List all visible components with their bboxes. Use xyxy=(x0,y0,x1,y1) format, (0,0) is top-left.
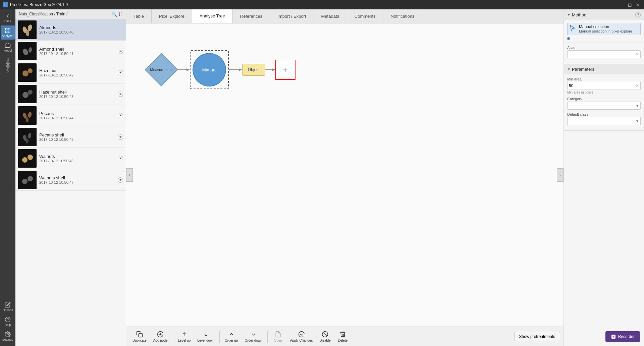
parameters-collapse-icon: ▼ xyxy=(567,67,571,71)
sidebar-item-label-analyzer: Analyzer xyxy=(2,34,13,38)
list-item[interactable]: Almonds 2017-10-12 10:50:40 xyxy=(15,19,126,41)
default-class-select[interactable]: ▼ xyxy=(567,117,641,125)
restore-button[interactable]: ◻ xyxy=(627,1,633,8)
svg-rect-0 xyxy=(5,28,7,30)
level-down-button[interactable]: Level down xyxy=(194,328,217,345)
search-icon[interactable]: 🔍 xyxy=(111,11,117,17)
cursor-icon xyxy=(569,24,576,34)
svg-point-21 xyxy=(28,90,33,95)
sidebar-item-model[interactable]: Model xyxy=(1,40,15,54)
level-up-button[interactable]: Level up xyxy=(175,328,194,345)
help-icon xyxy=(5,316,11,323)
delete-button[interactable]: Delete xyxy=(334,328,351,345)
svg-rect-3 xyxy=(8,31,10,33)
minimize-button[interactable]: − xyxy=(619,1,625,8)
list-item[interactable]: Pecans 2017-10-12 10:50:44 👁 xyxy=(15,105,126,126)
sidebar-item-settings[interactable]: Settings xyxy=(1,329,15,343)
canvas-area: ‹ Measurement Manual xyxy=(126,23,564,327)
svg-point-31 xyxy=(22,157,28,163)
parameters-section-header[interactable]: ▼ Parameters xyxy=(564,64,644,74)
workflow-icon xyxy=(5,62,11,68)
center-area: Table Pixel Explore Analyse Tree Referen… xyxy=(126,9,564,346)
method-section-body: Manual selection Manual selection in pix… xyxy=(564,20,644,43)
list-item[interactable]: Hazelnut 2017-10-12 10:50:42 👁 xyxy=(15,62,126,83)
list-item[interactable]: Almond shell 2017-10-12 10:50:41 👁 xyxy=(15,41,126,62)
sidebar-bottom: Options Help Settings xyxy=(1,300,15,346)
method-item[interactable]: Manual selection Manual selection in pix… xyxy=(567,23,641,35)
alias-input[interactable] xyxy=(569,52,636,57)
list-item-badge-hazelnut-shell: 👁 xyxy=(118,92,123,97)
apply-changes-button[interactable]: Apply Changes xyxy=(287,328,316,345)
node-measurement[interactable]: Measurement xyxy=(146,58,176,82)
list-item-thumb-walnuts xyxy=(18,149,37,168)
category-field: Category ▼ xyxy=(567,97,641,110)
close-button[interactable]: ✕ xyxy=(635,1,641,8)
node-manual[interactable]: Manual xyxy=(193,53,226,86)
apply-changes-icon xyxy=(298,331,305,338)
recorder-label: Recorder xyxy=(618,334,635,339)
sidebar-item-analyzer[interactable]: Analyzer xyxy=(1,25,15,40)
order-up-button[interactable]: Order up xyxy=(222,328,241,345)
list-item[interactable]: Hazelnut shell 2017-10-12 10:50:43 👁 xyxy=(15,83,126,105)
min-area-field: Min area ✕ Min area in pixels xyxy=(567,77,641,94)
title-bar-controls[interactable]: − ◻ ✕ xyxy=(619,1,641,8)
category-select[interactable]: ▼ xyxy=(567,102,641,110)
tab-pixel-explore[interactable]: Pixel Explore xyxy=(152,9,192,23)
list-item-info-walnuts-shell: Walnuts shell 2017-10-12 10:50:47 xyxy=(39,175,115,184)
parameters-section-body: Min area ✕ Min area in pixels Category ▼ xyxy=(564,74,644,130)
order-down-button[interactable]: Order down xyxy=(241,328,265,345)
sort-icon[interactable]: ⇵ xyxy=(118,11,122,17)
list-item-badge-walnuts: 👁 xyxy=(118,156,123,161)
list-item-name-walnuts-shell: Walnuts shell xyxy=(39,175,115,180)
model-icon xyxy=(5,42,11,48)
list-item-thumb-walnuts-shell xyxy=(18,171,37,189)
duplicate-button[interactable]: Duplicate xyxy=(129,328,150,345)
disable-button[interactable]: Disable xyxy=(316,328,333,345)
tab-table[interactable]: Table xyxy=(126,9,152,23)
method-section-header[interactable]: ▼ Method ? xyxy=(564,9,644,20)
collapse-panel-button[interactable]: ‹ xyxy=(126,168,133,182)
sidebar-item-help[interactable]: Help xyxy=(1,314,15,329)
svg-marker-39 xyxy=(239,68,242,71)
recorder-button[interactable]: Recorder xyxy=(605,331,640,342)
tab-comments[interactable]: Comments xyxy=(347,9,383,23)
node-object[interactable]: Object xyxy=(242,64,265,76)
level-up-icon xyxy=(181,331,187,338)
list-item-name-almonds: Almonds xyxy=(39,25,123,30)
min-area-clear-button[interactable]: ✕ xyxy=(636,83,639,88)
list-item-date-walnuts-shell: 2017-10-12 10:50:47 xyxy=(39,180,115,184)
list-item-thumb-hazelnut-shell xyxy=(18,85,37,103)
sidebar-item-label-options: Options xyxy=(2,308,13,312)
sidebar-item-workflow[interactable]: Workflow xyxy=(0,55,15,75)
tabs-bar: Table Pixel Explore Analyse Tree Referen… xyxy=(126,9,564,23)
tab-references[interactable]: References xyxy=(233,9,270,23)
list-item-date-almond-shell: 2017-10-12 10:50:41 xyxy=(39,52,115,56)
list-item-badge-pecans: 👁 xyxy=(118,113,123,118)
svg-point-8 xyxy=(7,334,9,335)
level-down-icon xyxy=(203,331,209,338)
tab-import-export[interactable]: Import / Export xyxy=(270,9,314,23)
open-button[interactable]: Open xyxy=(270,328,286,345)
list-item[interactable]: Walnuts 2017-10-12 10:50:46 👁 xyxy=(15,148,126,169)
tab-analyse-tree[interactable]: Analyse Tree xyxy=(192,9,233,23)
sidebar-item-options[interactable]: Options xyxy=(1,300,15,314)
sidebar-item-back[interactable]: Back xyxy=(1,11,15,25)
svg-rect-2 xyxy=(5,31,7,33)
expand-right-button[interactable]: › xyxy=(557,168,564,182)
title-bar-left: P Prediktera Breeze Geo 2024.1.9 xyxy=(3,2,68,7)
method-help-icon[interactable]: ? xyxy=(635,12,641,17)
show-pretreatments-button[interactable]: Show pretreatments xyxy=(514,332,560,341)
list-item[interactable]: Walnuts shell 2017-10-12 10:50:47 👁 xyxy=(15,169,126,191)
min-area-input[interactable] xyxy=(569,83,636,88)
icon-sidebar: Back Analyzer Model Workflow Options Hel… xyxy=(0,9,15,346)
list-item-name-pecans: Pecans xyxy=(39,111,115,116)
tab-notifications[interactable]: Notifications xyxy=(383,9,422,23)
sidebar-item-label-help: Help xyxy=(5,323,11,327)
method-description: Manual selection in pixel explore xyxy=(579,29,632,33)
alias-clear-button[interactable]: ✕ xyxy=(636,52,639,57)
list-item-name-almond-shell: Almond shell xyxy=(39,47,115,52)
add-node-button[interactable]: Add node xyxy=(150,328,171,345)
tab-metadata[interactable]: Metadata xyxy=(314,9,347,23)
node-add[interactable]: + xyxy=(275,60,296,80)
list-item[interactable]: Pecans shell 2017-10-12 10:50:45 👁 xyxy=(15,126,126,148)
